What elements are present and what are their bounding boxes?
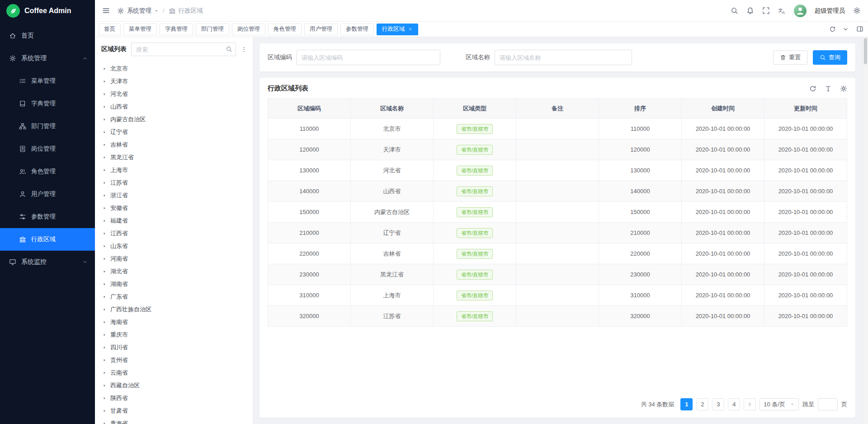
table-row[interactable]: 220000吉林省省市/直辖市2200002020-10-01 00:00:00…: [268, 243, 847, 264]
tree-item-陕西省[interactable]: 陕西省: [95, 392, 253, 405]
reset-button[interactable]: 重置: [773, 50, 807, 65]
sidebar-item-字典管理[interactable]: 字典管理: [0, 92, 95, 115]
page-button-2[interactable]: 2: [696, 398, 708, 410]
tree-item-青海省[interactable]: 青海省: [95, 417, 253, 424]
tree-item-黑龙江省[interactable]: 黑龙江省: [95, 151, 253, 164]
tree-item-安徽省[interactable]: 安徽省: [95, 202, 253, 214]
cell-region-name: 辽宁省: [351, 223, 434, 243]
tree-item-河南省[interactable]: 河南省: [95, 252, 253, 265]
tab-角色管理[interactable]: 角色管理: [268, 24, 302, 35]
avatar[interactable]: [794, 5, 807, 17]
tree-item-西藏自治区[interactable]: 西藏自治区: [95, 379, 253, 392]
settings-button[interactable]: [853, 7, 861, 14]
search-button[interactable]: 查询: [813, 50, 847, 65]
tree-item-云南省[interactable]: 云南省: [95, 367, 253, 379]
tab-行政区域[interactable]: 行政区域: [377, 24, 418, 35]
tab-岗位管理[interactable]: 岗位管理: [232, 24, 265, 35]
next-page-button[interactable]: [744, 398, 756, 410]
tree-item-海南省[interactable]: 海南省: [95, 316, 253, 329]
sidebar-item-部门管理[interactable]: 部门管理: [0, 115, 95, 138]
tree-item-山东省[interactable]: 山东省: [95, 240, 253, 252]
region-name-input[interactable]: [495, 50, 632, 65]
collapse-sidebar-button[interactable]: [102, 7, 110, 14]
tree-item-重庆市[interactable]: 重庆市: [95, 329, 253, 341]
tree-search: [131, 43, 236, 56]
tab-首页[interactable]: 首页: [99, 24, 121, 35]
tab-部门管理[interactable]: 部门管理: [196, 24, 229, 35]
tree-item-山西省[interactable]: 山西省: [95, 100, 253, 113]
page-button-4[interactable]: 4: [728, 398, 740, 410]
sidebar-item-用户管理[interactable]: 用户管理: [0, 183, 95, 205]
main-column: 系统管理 / 行政区域 文A 超级管理员 首页菜单管理字典管理部门管理岗位管理角…: [95, 0, 868, 424]
tree-item-湖北省[interactable]: 湖北省: [95, 265, 253, 278]
table-density-button[interactable]: [825, 85, 832, 92]
tree-item-江西省[interactable]: 江西省: [95, 227, 253, 240]
table-row[interactable]: 110000北京市省市/直辖市1100002020-10-01 00:00:00…: [268, 119, 847, 139]
page-size-select[interactable]: 10 条/页: [760, 398, 799, 410]
close-icon[interactable]: [408, 27, 413, 32]
sidebar-item-系统管理[interactable]: 系统管理: [0, 47, 95, 70]
tree-item-浙江省[interactable]: 浙江省: [95, 189, 253, 202]
tree-item-上海市[interactable]: 上海市: [95, 164, 253, 176]
sidebar-item-首页[interactable]: 首页: [0, 24, 95, 47]
tab-options-button[interactable]: [842, 26, 849, 33]
search-icon[interactable]: [226, 46, 232, 52]
tree-item-吉林省[interactable]: 吉林省: [95, 138, 253, 151]
content-maximize-button[interactable]: [856, 25, 863, 33]
current-user-name[interactable]: 超级管理员: [815, 7, 845, 15]
tree-item-福建省[interactable]: 福建省: [95, 214, 253, 227]
table-row[interactable]: 120000天津市省市/直辖市1200002020-10-01 00:00:00…: [268, 139, 847, 160]
filter-actions: 重置 查询: [773, 50, 847, 65]
tab-字典管理[interactable]: 字典管理: [160, 24, 193, 35]
region-code-input[interactable]: [297, 50, 440, 65]
table-settings-button[interactable]: [840, 85, 847, 92]
sidebar-item-岗位管理[interactable]: 岗位管理: [0, 138, 95, 160]
table-row[interactable]: 310000上海市省市/直辖市3100002020-10-01 00:00:00…: [268, 285, 847, 306]
tree-item-广东省[interactable]: 广东省: [95, 291, 253, 303]
tree-item-江苏省[interactable]: 江苏省: [95, 176, 253, 189]
tree-item-北京市[interactable]: 北京市: [95, 62, 253, 75]
table-row[interactable]: 130000河北省省市/直辖市1300002020-10-01 00:00:00…: [268, 160, 847, 181]
table-row[interactable]: 150000内蒙古自治区省市/直辖市1500002020-10-01 00:00…: [268, 202, 847, 223]
tab-用户管理[interactable]: 用户管理: [304, 24, 338, 35]
tree-item-内蒙古自治区[interactable]: 内蒙古自治区: [95, 113, 253, 126]
page-button-1[interactable]: 1: [680, 398, 693, 410]
tree-item-天津市[interactable]: 天津市: [95, 75, 253, 88]
dots-vertical-icon: [241, 46, 247, 53]
sidebar-item-角色管理[interactable]: 角色管理: [0, 160, 95, 183]
tree-item-甘肃省[interactable]: 甘肃省: [95, 405, 253, 417]
page-button-3[interactable]: 3: [712, 398, 724, 410]
table-row[interactable]: 320000江苏省省市/直辖市3200002020-10-01 00:00:00…: [268, 306, 847, 327]
sidebar-item-参数管理[interactable]: 参数管理: [0, 205, 95, 228]
jump-page-input[interactable]: [818, 398, 838, 410]
scrollbar-thumb[interactable]: [864, 38, 867, 64]
tree-item-湖南省[interactable]: 湖南省: [95, 278, 253, 291]
tree-item-四川省[interactable]: 四川省: [95, 341, 253, 354]
tree-item-河北省[interactable]: 河北省: [95, 88, 253, 100]
sidebar-item-系统监控[interactable]: 系统监控: [0, 251, 95, 273]
global-search-button[interactable]: [731, 7, 738, 14]
tree-more-button[interactable]: [241, 46, 247, 53]
fullscreen-button[interactable]: [762, 7, 770, 14]
tree-item-广西壮族自治区[interactable]: 广西壮族自治区: [95, 303, 253, 316]
table-row[interactable]: 210000辽宁省省市/直辖市2100002020-10-01 00:00:00…: [268, 223, 847, 243]
refresh-tab-button[interactable]: [829, 26, 836, 33]
content: 区域列表 北京市天津市河北省山西省内蒙古自治区辽宁省吉林省黑龙江省上海市江苏省浙…: [95, 37, 868, 424]
tree-item-label: 广东省: [110, 293, 128, 301]
sidebar-item-行政区域[interactable]: 行政区域: [0, 228, 95, 251]
person-icon: [795, 6, 805, 16]
sidebar-item-菜单管理[interactable]: 菜单管理: [0, 70, 95, 92]
tab-参数管理[interactable]: 参数管理: [340, 24, 374, 35]
page-scrollbar[interactable]: [863, 37, 868, 424]
table-refresh-button[interactable]: [809, 85, 816, 92]
table-row[interactable]: 230000黑龙江省省市/直辖市2300002020-10-01 00:00:0…: [268, 264, 847, 285]
breadcrumb-system-manage[interactable]: 系统管理: [117, 7, 159, 15]
language-button[interactable]: 文A: [778, 7, 786, 14]
tree-search-input[interactable]: [131, 43, 236, 56]
topbar-right: 文A 超级管理员: [731, 5, 861, 17]
tree-item-辽宁省[interactable]: 辽宁省: [95, 126, 253, 138]
tree-item-贵州省[interactable]: 贵州省: [95, 354, 253, 367]
notifications-button[interactable]: [746, 7, 754, 14]
table-row[interactable]: 140000山西省省市/直辖市1400002020-10-01 00:00:00…: [268, 181, 847, 202]
tab-菜单管理[interactable]: 菜单管理: [123, 24, 157, 35]
